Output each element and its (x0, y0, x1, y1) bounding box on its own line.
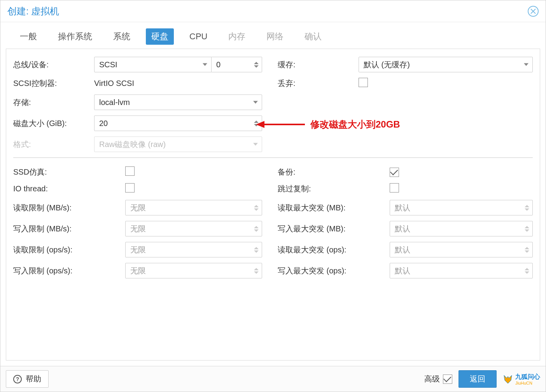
watermark-en: JiuHuCN (515, 381, 540, 385)
read-mbps-value: 无限 (130, 203, 146, 213)
tab-cpu[interactable]: CPU (184, 29, 213, 44)
write-burst-ops-value: 默认 (395, 266, 410, 276)
chevron-down-icon (524, 63, 528, 66)
tab-network: 网络 (261, 28, 289, 45)
format-value: Raw磁盘映像 (raw) (99, 139, 166, 150)
tab-harddisk[interactable]: 硬盘 (146, 28, 174, 45)
format-select: Raw磁盘映像 (raw) (94, 136, 262, 152)
write-burst-mb-spinner[interactable]: 默认 (390, 221, 533, 236)
dialog-footer: ? 帮助 高级 返回 九狐问心 JiuHuCN (0, 366, 546, 392)
read-burst-mb-label: 读取最大突发 (MB): (278, 203, 387, 213)
read-burst-ops-spinner[interactable]: 默认 (390, 242, 533, 257)
create-vm-dialog: 创建: 虚拟机 一般 操作系统 系统 硬盘 CPU 内存 网络 确认 总线/设备… (0, 0, 546, 392)
read-burst-ops-label: 读取最大突发 (ops): (278, 245, 387, 255)
bus-value: SCSI (99, 60, 117, 69)
back-button[interactable]: 返回 (458, 370, 497, 388)
read-ops-spinner[interactable]: 无限 (125, 242, 262, 257)
storage-label: 存储: (13, 97, 91, 108)
help-label: 帮助 (26, 374, 41, 384)
back-label: 返回 (470, 374, 485, 383)
spin-up-icon (254, 62, 259, 64)
disk-size-value: 20 (99, 119, 108, 128)
write-mbps-label: 写入限制 (MB/s): (13, 224, 122, 234)
dialog-title: 创建: 虚拟机 (7, 5, 59, 18)
cache-label: 缓存: (278, 60, 355, 70)
backup-label: 备份: (278, 167, 387, 177)
fox-icon (503, 374, 513, 384)
discard-checkbox[interactable] (359, 78, 368, 87)
discard-label: 丢弃: (278, 78, 355, 89)
write-burst-mb-label: 写入最大突发 (MB): (278, 224, 387, 234)
scsi-ctrl-value: VirtIO SCSI (94, 79, 262, 88)
annotation-text: 修改磁盘大小到20GB (310, 118, 400, 131)
annotation: 修改磁盘大小到20GB (255, 118, 400, 131)
ssd-label: SSD仿真: (13, 167, 122, 177)
dialog-header: 创建: 虚拟机 (0, 0, 546, 22)
read-mbps-label: 读取限制 (MB/s): (13, 203, 122, 213)
form-body: 总线/设备: SCSI 0 缓存: 默认 (无缓存) (6, 49, 540, 360)
iothread-checkbox[interactable] (125, 183, 135, 192)
format-label: 格式: (13, 139, 91, 150)
bus-select[interactable]: SCSI (94, 57, 212, 72)
watermark-cn: 九狐问心 (515, 373, 540, 380)
read-burst-ops-value: 默认 (395, 245, 410, 255)
wizard-tabs: 一般 操作系统 系统 硬盘 CPU 内存 网络 确认 (0, 22, 546, 49)
tab-system[interactable]: 系统 (108, 28, 136, 45)
bus-index-spinner[interactable]: 0 (212, 57, 262, 72)
tab-confirm: 确认 (299, 28, 327, 45)
advanced-checkbox[interactable] (443, 374, 452, 384)
disk-size-label: 磁盘大小 (GiB): (13, 118, 91, 129)
read-burst-mb-spinner[interactable]: 默认 (390, 200, 533, 215)
read-mbps-spinner[interactable]: 无限 (125, 200, 262, 215)
skiprep-label: 跳过复制: (278, 184, 387, 194)
advanced-label: 高级 (424, 374, 440, 384)
write-mbps-spinner[interactable]: 无限 (125, 221, 262, 236)
read-burst-mb-value: 默认 (395, 203, 410, 213)
ssd-checkbox[interactable] (125, 166, 135, 176)
cache-value: 默认 (无缓存) (364, 60, 410, 70)
help-icon: ? (13, 375, 22, 383)
bus-label: 总线/设备: (13, 60, 91, 70)
tab-general[interactable]: 一般 (14, 28, 42, 45)
help-button[interactable]: ? 帮助 (6, 370, 49, 388)
write-ops-label: 写入限制 (ops/s): (13, 266, 122, 276)
write-burst-ops-label: 写入最大突发 (ops): (278, 266, 387, 276)
storage-value: local-lvm (99, 98, 130, 107)
chevron-down-icon (253, 143, 258, 146)
write-burst-ops-spinner[interactable]: 默认 (390, 263, 533, 278)
scsi-ctrl-label: SCSI控制器: (13, 78, 91, 89)
close-button[interactable] (528, 6, 539, 17)
bus-index-value: 0 (216, 60, 220, 69)
tab-os[interactable]: 操作系统 (52, 28, 98, 45)
backup-checkbox[interactable] (390, 168, 399, 177)
read-ops-label: 读取限制 (ops/s): (13, 245, 122, 255)
write-ops-spinner[interactable]: 无限 (125, 263, 262, 278)
iothread-label: IO thread: (13, 184, 122, 193)
write-ops-value: 无限 (130, 266, 146, 276)
separator (13, 158, 533, 158)
disk-size-spinner[interactable]: 20 (94, 116, 262, 131)
watermark: 九狐问心 JiuHuCN (503, 373, 540, 385)
close-icon (530, 9, 536, 14)
svg-marker-1 (256, 121, 264, 128)
skiprep-checkbox[interactable] (390, 183, 399, 192)
spin-down-icon (254, 65, 259, 68)
advanced-toggle[interactable]: 高级 (424, 374, 452, 384)
arrow-left-icon (255, 119, 306, 130)
storage-select[interactable]: local-lvm (94, 94, 262, 110)
read-ops-value: 无限 (130, 245, 146, 255)
cache-select[interactable]: 默认 (无缓存) (359, 57, 533, 72)
write-mbps-value: 无限 (130, 224, 146, 234)
write-burst-mb-value: 默认 (395, 224, 410, 234)
chevron-down-icon (253, 101, 258, 104)
tab-memory: 内存 (223, 28, 251, 45)
chevron-down-icon (203, 63, 207, 66)
